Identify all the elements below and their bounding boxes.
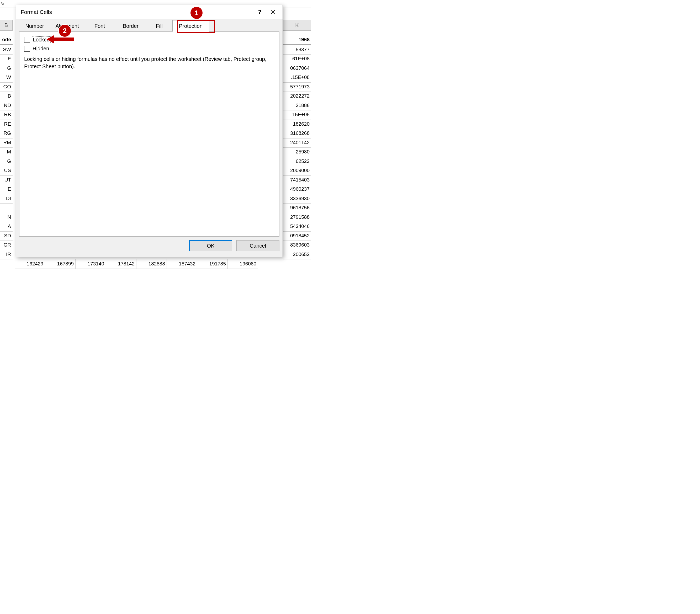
cell-right[interactable]: 5434046 [283,222,311,231]
cell-left[interactable]: M [0,147,13,157]
cell-left[interactable]: N [0,212,13,222]
cell-left[interactable]: RE [0,119,13,129]
cell-left[interactable]: A [0,222,13,231]
cell-right[interactable]: 7415403 [283,175,311,185]
cell-left[interactable]: RG [0,128,13,138]
cell-right[interactable]: 3336930 [283,193,311,203]
dialog-title: Format Cells [19,9,253,15]
cell-right[interactable]: 58377 [283,45,311,54]
cell-left[interactable]: GO [0,82,13,92]
cell-bottom[interactable]: 196060 [228,259,258,269]
column-header-k[interactable]: K [283,20,311,31]
tab-number[interactable]: Number [19,20,50,32]
dialog-body: Number Alignment Font Border Fill Protec… [16,19,283,254]
dialog-titlebar: Format Cells ? [16,5,283,19]
cell-right[interactable]: 2401142 [283,138,311,148]
column-header-b[interactable]: B [0,20,13,31]
cell-right[interactable]: 8369603 [283,240,311,250]
cell-left[interactable]: L [0,203,13,213]
hidden-row: Hidden [24,46,274,52]
cell-right[interactable]: 3168268 [283,128,311,138]
cell-bottom[interactable]: 191785 [197,259,228,269]
cell-right[interactable]: 2009000 [283,166,311,176]
cell-left[interactable]: E [0,54,13,64]
cell-left[interactable]: US [0,166,13,176]
dialog-button-row: OK Cancel [19,240,279,251]
protection-description: Locking cells or hiding formulas has no … [24,55,274,70]
cell-left[interactable]: G [0,63,13,73]
cell-left[interactable]: RM [0,138,13,148]
cell-right[interactable]: 182620 [283,119,311,129]
cell-right[interactable]: 2791588 [283,212,311,222]
tab-content-protection: Locked Hidden Locking cells or hiding fo… [19,32,279,237]
cell-right[interactable]: 62523 [283,156,311,166]
hidden-label: Hidden [32,46,50,52]
cell-right[interactable]: 21886 [283,100,311,110]
cell-left[interactable]: GR [0,240,13,250]
cell-bottom[interactable]: 162429 [15,259,45,269]
cell-left[interactable]: B [0,91,13,101]
cell-right[interactable]: .61E+08 [283,54,311,64]
close-icon [271,10,275,14]
cell-right[interactable]: 0918452 [283,231,311,241]
cell-left[interactable]: IR [0,249,13,259]
cell-bottom[interactable]: 173140 [76,259,106,269]
cell-right[interactable]: 2022272 [283,91,311,101]
cell-right[interactable]: 200652 [283,249,311,259]
tab-protection[interactable]: Protection [172,20,209,32]
cell-right[interactable]: .15E+08 [283,73,311,83]
cell-right[interactable]: 25980 [283,147,311,157]
close-button[interactable] [266,7,279,17]
cell-left[interactable]: ND [0,100,13,110]
sheet-header-right: 1968 [283,35,311,45]
locked-checkbox[interactable] [24,37,30,43]
svg-marker-2 [46,35,74,44]
cell-right[interactable]: 0637064 [283,63,311,73]
cell-bottom[interactable]: 182888 [136,259,167,269]
cell-left[interactable]: E [0,184,13,195]
cell-bottom[interactable]: 167899 [45,259,76,269]
cell-right[interactable]: 4960237 [283,184,311,195]
cell-bottom[interactable]: 187432 [167,259,197,269]
fx-label: fx [0,0,8,8]
tab-font[interactable]: Font [84,20,115,32]
cell-bottom[interactable]: 178142 [106,259,136,269]
annotation-badge-2: 2 [58,24,71,37]
cell-left[interactable]: W [0,73,13,83]
cell-left[interactable]: G [0,156,13,166]
cell-left[interactable]: UT [0,175,13,185]
cell-right[interactable]: 5771973 [283,82,311,92]
ok-button[interactable]: OK [189,240,232,251]
cell-left[interactable]: RB [0,110,13,120]
cell-left[interactable]: SD [0,231,13,241]
hidden-checkbox[interactable] [24,46,30,52]
cell-left[interactable]: SW [0,45,13,54]
tab-fill[interactable]: Fill [146,20,172,32]
sheet-header-left: ode [0,35,13,45]
annotation-badge-1: 1 [190,6,203,20]
cell-right[interactable]: .15E+08 [283,110,311,120]
cell-right[interactable]: 9618756 [283,203,311,213]
tab-border[interactable]: Border [115,20,146,32]
cancel-button[interactable]: Cancel [236,240,279,251]
help-button[interactable]: ? [253,7,266,17]
cell-left[interactable]: DI [0,193,13,203]
